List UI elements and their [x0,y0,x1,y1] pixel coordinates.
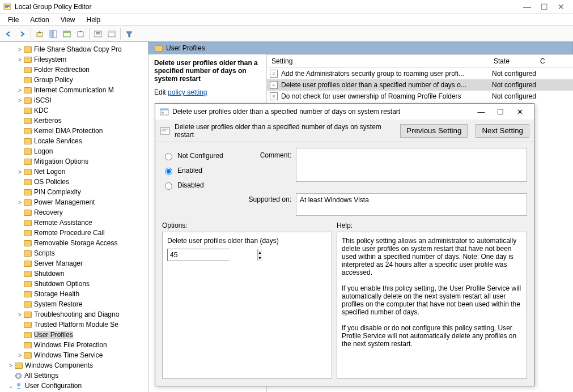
tree-item[interactable]: PIN Complexity [0,187,148,197]
svg-rect-8 [63,31,70,33]
tree-item[interactable]: Group Policy [0,75,148,85]
help-label: Help: [337,221,527,229]
folder-icon [24,97,32,104]
tree-item[interactable]: >Troubleshooting and Diagno [0,309,148,319]
dialog-minimize[interactable]: ― [472,108,491,116]
tree-item[interactable]: Mitigation Options [0,156,148,167]
list-row[interactable]: ≡Add the Administrators security group t… [267,68,573,79]
folder-icon [155,45,163,52]
menu-action[interactable]: Action [24,15,54,25]
spin-up[interactable]: ▲ [257,249,262,255]
col-state[interactable]: State [468,57,536,65]
tree-item[interactable]: User Profiles [0,330,148,340]
window-title: Local Group Policy Editor [15,3,91,11]
tree-item[interactable]: >Internet Communication M [0,85,148,95]
tree-item[interactable]: Remote Procedure Call [0,228,148,238]
previous-setting-button[interactable]: Previous Setting [400,124,468,138]
tree-item[interactable]: Removable Storage Access [0,238,148,248]
list-row[interactable]: ≡Do not check for user ownership of Roam… [267,91,573,102]
svg-rect-5 [50,31,53,37]
folder-icon [24,210,32,216]
tree-item[interactable]: OS Policies [0,177,148,187]
close-button[interactable]: ✕ [553,2,570,11]
list-row[interactable]: ≡Delete user profiles older than a speci… [267,79,573,91]
tree-item[interactable]: >Power Management [0,197,148,207]
policy-setting-link[interactable]: policy setting [168,88,207,96]
radio-enabled[interactable]: Enabled [162,166,230,175]
days-input-wrapper: ▲ ▼ [167,249,230,261]
svg-rect-4 [37,32,43,37]
col-setting[interactable]: Setting [267,57,468,65]
folder-icon [24,271,32,277]
tree-item[interactable]: Trusted Platform Module Se [0,319,148,330]
properties-button[interactable] [61,28,73,40]
folder-icon [24,46,32,53]
menu-view[interactable]: View [55,15,81,25]
menu-file[interactable]: File [2,15,24,25]
tree-item[interactable]: Locale Services [0,136,148,146]
policy-dialog: Delete user profiles older than a specif… [155,103,534,386]
tree-item[interactable]: >iSCSI [0,95,148,105]
tree-item[interactable]: Shutdown Options [0,279,148,289]
tree-item[interactable]: Scripts [0,248,148,258]
days-input[interactable] [168,249,257,261]
radio-not-configured[interactable]: Not Configured [162,151,230,160]
tree-item[interactable]: Shutdown [0,269,148,279]
tree-item[interactable]: Windows File Protection [0,340,148,350]
spin-down[interactable]: ▼ [257,255,262,261]
col-comment[interactable]: C [536,57,550,65]
folder-icon [24,159,32,165]
dialog-maximize[interactable]: ☐ [491,108,510,116]
refresh-button[interactable] [92,28,104,40]
show-hide-tree-button[interactable] [47,28,60,40]
tree-item[interactable]: System Restore [0,299,148,309]
folder-icon [24,220,32,226]
dialog-icon [160,107,169,116]
folder-icon [24,342,32,348]
up-button[interactable] [33,28,46,40]
tree-item[interactable]: Server Manager [0,258,148,269]
forward-button[interactable] [16,28,28,40]
help-button[interactable] [105,28,118,40]
tree-item[interactable]: Kerberos [0,116,148,126]
maximize-button[interactable]: ☐ [536,2,553,11]
tree-panel[interactable]: >File Share Shadow Copy Pro>FilesystemFo… [0,42,148,392]
tree-item[interactable]: >File Share Shadow Copy Pro [0,44,148,54]
radio-disabled[interactable]: Disabled [162,181,230,190]
comment-field[interactable] [296,148,527,182]
folder-icon [24,199,32,206]
svg-rect-9 [78,32,83,37]
tree-item[interactable]: >Windows Components [0,360,148,370]
tree-item[interactable]: KDC [0,105,148,116]
folder-icon [24,87,32,93]
tree-item[interactable]: Storage Health [0,289,148,299]
tree-item-user-configuration[interactable]: ⌄User Configuration [0,381,148,391]
svg-rect-23 [162,129,168,130]
tree-item[interactable]: All Settings [0,370,148,381]
app-icon [3,3,11,11]
svg-rect-11 [96,32,100,33]
export-button[interactable] [74,28,87,40]
tree-item[interactable]: Recovery [0,207,148,218]
folder-icon [24,312,32,318]
tree-item[interactable]: Logon [0,146,148,156]
tree-item[interactable]: >Filesystem [0,54,148,65]
menu-help[interactable]: Help [81,15,107,25]
folder-icon [24,118,32,124]
tree-item[interactable]: >Windows Time Service [0,350,148,360]
tree-item[interactable]: Kernel DMA Protection [0,126,148,136]
svg-rect-20 [160,109,168,110]
svg-rect-13 [96,35,100,35]
svg-rect-24 [162,130,166,131]
back-button[interactable] [2,28,15,40]
right-header: User Profiles [148,42,573,54]
tree-item[interactable]: >Net Logon [0,167,148,177]
minimize-button[interactable]: ― [519,2,536,11]
dialog-close[interactable]: ✕ [510,108,529,116]
tree-item[interactable]: Remote Assistance [0,218,148,228]
next-setting-button[interactable]: Next Setting [476,124,529,138]
tree-item[interactable]: Folder Redirection [0,65,148,75]
toolbar [0,26,573,42]
policy-icon: ≡ [270,81,278,89]
filter-button[interactable] [123,28,135,40]
